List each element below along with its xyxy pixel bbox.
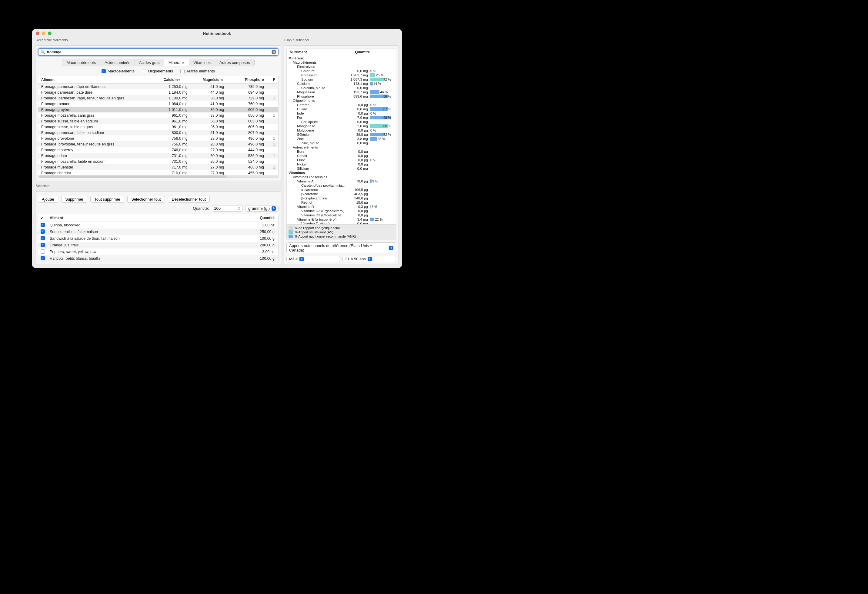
food-row[interactable]: Fromage edam731,0 mg30,0 mg536,0 mg1 <box>38 153 278 158</box>
nutrient-row[interactable]: Cobalt0,0 µg <box>287 154 396 158</box>
selection-row[interactable]: Haricots, petits blancs, bouillis100,00 … <box>38 255 278 262</box>
col-aliment[interactable]: Aliment <box>38 76 149 84</box>
stepper-arrows-icon[interactable]: ▲▼ <box>238 206 240 211</box>
nutrient-row[interactable]: Molybdène0,0 µg0 % <box>287 128 396 133</box>
col-extra[interactable]: F <box>270 76 278 84</box>
nutrient-row[interactable]: α-carotène196,5 µg <box>287 188 396 192</box>
remove-all-button[interactable]: Tout supprimer <box>90 196 124 203</box>
col-calcium[interactable]: Calcium <box>149 76 186 84</box>
nutrient-row[interactable]: Vitamine E, ajoutée0,0 mg <box>287 222 396 224</box>
h-scrollbar[interactable] <box>38 175 278 178</box>
balance-tree[interactable]: MinérauxMacroélémentsÉlectrolytesChlorur… <box>287 56 396 224</box>
food-row[interactable]: Fromage, provolone, teneur réduite en gr… <box>38 141 278 147</box>
nutrient-row[interactable]: Électrolytes <box>287 65 396 69</box>
selection-row[interactable]: Orange, jus, frais200,00 g <box>38 242 278 248</box>
nutrient-row[interactable]: β-carotène483,5 µg <box>287 192 396 196</box>
search-input[interactable] <box>47 50 270 54</box>
nutrient-row[interactable]: Zinc, ajouté0,0 mg <box>287 141 396 145</box>
food-row[interactable]: Fromage mozzarella, sans gras961,0 mg33,… <box>38 112 278 118</box>
col-quantite[interactable]: Quantité <box>345 50 370 54</box>
food-row[interactable]: Fromage suisse, faible en gras961,0 mg36… <box>38 124 278 130</box>
nutrient-row[interactable]: Macroéléments <box>287 60 396 65</box>
filter-checkbox[interactable] <box>102 69 106 73</box>
nutrient-row[interactable]: Fer7,9 mg99 % <box>287 115 396 120</box>
nutrient-row[interactable]: Phosphore599,6 mg86 % <box>287 94 396 99</box>
nutrient-row[interactable]: Autres éléments <box>287 145 396 149</box>
tab-minéraux[interactable]: Minéraux <box>164 59 189 66</box>
tab-macronutriments[interactable]: Macronutriments <box>62 59 100 66</box>
sex-select[interactable]: Mâle ⇅ <box>286 256 340 262</box>
unit-select[interactable]: gramme (g.) ⇅ <box>245 205 279 211</box>
age-select[interactable]: 31 à 50 ans ⇅ <box>342 256 396 262</box>
nutrient-row[interactable]: Vitamine D0,3 µg6 % <box>287 205 396 209</box>
nutrient-row[interactable]: Sélénium39,8 µg72 % <box>287 133 396 137</box>
filter-oligoéléments[interactable]: Oligoéléments <box>142 69 173 73</box>
nutrient-row[interactable]: Calcium143,1 mg14 % <box>287 81 396 86</box>
col-sel-qty[interactable]: Quantité <box>228 214 278 222</box>
food-row[interactable]: Fromage provolone756,0 mg28,0 mg496,0 mg… <box>38 136 278 141</box>
row-checkbox[interactable] <box>41 256 45 260</box>
tab-autres-composés[interactable]: Autres composés <box>215 59 254 66</box>
nutrient-row[interactable]: Vitamine D3 (Cholécalciférol)0,0 µg <box>287 213 396 217</box>
food-row[interactable]: Fromage cheddar710,0 mg27,0 mg455,0 mg <box>38 170 278 175</box>
filter-checkbox[interactable] <box>180 69 185 73</box>
row-checkbox[interactable] <box>41 236 45 240</box>
nutrient-row[interactable]: Calcium, ajouté0,0 mg <box>287 86 396 90</box>
nutrient-row[interactable]: Rétinol15,0 µg <box>287 200 396 205</box>
selection-row[interactable]: Sandwich à la salade de thon, fait maiso… <box>38 235 278 242</box>
col-magnesium[interactable]: Magnésium <box>186 76 229 84</box>
food-row[interactable]: Fromage parmesan, râpé en filaments1 253… <box>38 84 278 89</box>
nutrient-row[interactable]: Zinc3,8 mg35 % <box>287 137 396 141</box>
nutrient-row[interactable]: Cuivre0,8 mg87 % <box>287 107 396 111</box>
row-checkbox[interactable] <box>41 223 45 227</box>
row-checkbox[interactable] <box>41 250 45 254</box>
select-all-button[interactable]: Sélectionner tout <box>127 196 165 203</box>
nutrient-row[interactable]: Fluor0,0 µg0 % <box>287 158 396 162</box>
nutrient-row[interactable]: Vitamine A78,0 µg9 % <box>287 179 396 183</box>
nutrient-row[interactable]: Magnésium193,7 mg46 % <box>287 90 396 94</box>
nutrient-row[interactable]: Vitamine E (α-tocophérol)3,4 mg22 % <box>287 217 396 222</box>
nutrient-row[interactable]: Potassium1 202,7 mg26 % <box>287 73 396 77</box>
tab-acides-gras[interactable]: Acides gras <box>135 59 164 66</box>
food-row[interactable]: Fromage monterey746,0 mg27,0 mg444,0 mg <box>38 147 278 153</box>
selection-row[interactable]: Peppers, sweet, yellow, raw3,00 oz <box>38 248 278 255</box>
nutrient-row[interactable]: Bore0,0 µg <box>287 149 396 154</box>
food-row[interactable]: Fromage, parmesan, râpé, teneur réduite … <box>38 95 278 101</box>
nutrient-row[interactable]: Caroténoïdes provitaminiques A <box>287 183 396 188</box>
filter-checkbox[interactable] <box>142 69 146 73</box>
remove-button[interactable]: Supprimer <box>61 196 87 203</box>
nutrient-row[interactable]: Silicium0,0 mg <box>287 166 396 171</box>
food-row[interactable]: Fromage romano1 064,0 mg41,0 mg760,0 mg <box>38 101 278 107</box>
reference-select[interactable]: Apports nutritionnels de référence (État… <box>286 242 396 253</box>
nutrient-row[interactable]: Minéraux <box>287 56 396 60</box>
nutrient-row[interactable]: Vitamines liposolubles <box>287 175 396 179</box>
col-nutriment[interactable]: Nutriment <box>290 50 345 54</box>
filter-autres éléments[interactable]: Autres éléments <box>180 69 215 73</box>
nutrient-row[interactable]: Vitamines <box>287 171 396 175</box>
food-row[interactable]: Fromage parmesan, pâte dure1 184,0 mg44,… <box>38 89 278 95</box>
nutrient-row[interactable]: Sodium1 087,3 mg72 % <box>287 77 396 81</box>
col-phosphore[interactable]: Phosphore <box>229 76 270 84</box>
col-check[interactable]: ✓ <box>38 214 47 222</box>
tab-acides-aminés[interactable]: Acides aminés <box>100 59 135 66</box>
food-row[interactable]: Fromage gruyère1 011,0 mg36,0 mg605,0 mg <box>38 107 278 112</box>
nutrient-row[interactable]: Manganèse2,0 mg86 % <box>287 124 396 128</box>
nutrient-row[interactable]: Nickel0,0 µg <box>287 162 396 166</box>
row-checkbox[interactable] <box>41 229 45 233</box>
col-sel-aliment[interactable]: Aliment <box>47 214 228 222</box>
nutrient-row[interactable]: Iode0,0 µg0 % <box>287 111 396 115</box>
nutrient-row[interactable]: Vitamine D2 (Ergocalciférol)0,0 µg <box>287 209 396 213</box>
clear-search-icon[interactable]: ✕ <box>272 50 276 54</box>
row-checkbox[interactable] <box>41 243 45 247</box>
tab-vitamines[interactable]: Vitamines <box>189 59 215 66</box>
selection-row[interactable]: Quinoa, uncooked2,00 oz <box>38 222 278 229</box>
food-row[interactable]: Fromage parmesan, faible en sodium800,0 … <box>38 130 278 136</box>
food-row[interactable]: Fromage muenster717,0 mg27,0 mg468,0 mg1 <box>38 164 278 170</box>
deselect-all-button[interactable]: Désélectionner tout <box>168 196 210 203</box>
qty-input[interactable] <box>214 206 235 211</box>
nutrient-row[interactable]: Fer, ajouté0,0 mg <box>287 120 396 124</box>
add-button[interactable]: Ajouter <box>38 196 58 203</box>
food-row[interactable]: Fromage suisse, faible en sodium961,0 mg… <box>38 118 278 124</box>
selection-row[interactable]: Soupe, lentilles, faite maison250,00 g <box>38 229 278 235</box>
food-row[interactable]: Fromage mozzarella, faible en sodium731,… <box>38 158 278 164</box>
